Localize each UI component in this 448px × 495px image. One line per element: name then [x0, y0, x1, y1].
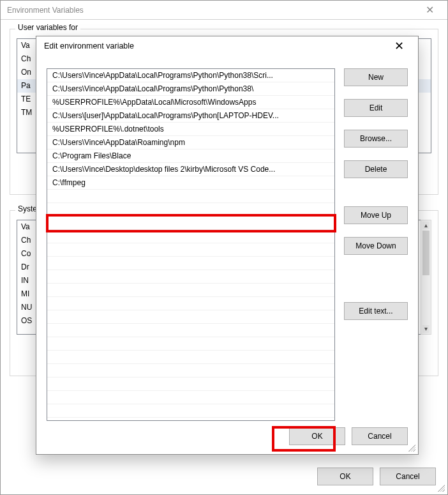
empty-row — [47, 203, 334, 217]
edit-var-side-buttons: New Edit Browse... Delete Move Up Move D… — [344, 68, 408, 421]
scrollbar[interactable]: ▴ ▾ — [421, 220, 431, 335]
list-item[interactable]: C:\Users\Vince\AppData\Roaming\npm — [47, 136, 334, 149]
scroll-up-icon[interactable]: ▴ — [422, 222, 429, 229]
delete-button[interactable]: Delete — [344, 160, 408, 178]
edit-var-dialog: Edit environment variable ✕ C:\Users\Vin… — [36, 36, 419, 455]
list-item[interactable]: C:\Users\Vince\AppData\Local\Programs\Py… — [47, 82, 334, 96]
env-vars-footer: OK Cancel — [317, 468, 436, 485]
empty-row — [47, 297, 334, 310]
list-item[interactable]: C:\Users\Vince\Desktop\desktop files 2\k… — [47, 163, 334, 176]
empty-row — [47, 243, 334, 257]
edit-var-titlebar: Edit environment variable ✕ — [36, 36, 418, 56]
list-item[interactable]: C:\ffmpeg — [47, 176, 334, 190]
list-item[interactable]: %USERPROFILE%\.dotnet\tools — [47, 123, 334, 136]
empty-row — [47, 284, 334, 297]
move-down-button[interactable]: Move Down — [344, 237, 408, 255]
scroll-down-icon[interactable]: ▾ — [422, 325, 429, 333]
env-vars-titlebar: Environment Variables ✕ — [1, 1, 447, 20]
empty-row — [47, 324, 334, 337]
scroll-thumb[interactable] — [422, 231, 429, 275]
edit-var-body: C:\Users\Vince\AppData\Local\Programs\Py… — [47, 68, 408, 421]
empty-row — [47, 190, 334, 203]
edit-button[interactable]: Edit — [344, 99, 408, 117]
empty-row — [47, 391, 334, 404]
empty-row — [47, 217, 334, 230]
ok-button[interactable]: OK — [289, 427, 345, 445]
edit-var-footer: OK Cancel — [289, 427, 408, 445]
edit-text-button[interactable]: Edit text... — [344, 302, 408, 320]
empty-row — [47, 364, 334, 377]
empty-row — [47, 270, 334, 284]
cancel-button[interactable]: Cancel — [380, 468, 436, 485]
new-button[interactable]: New — [344, 68, 408, 86]
move-up-button[interactable]: Move Up — [344, 206, 408, 224]
cancel-button[interactable]: Cancel — [352, 427, 408, 445]
empty-row — [47, 404, 334, 418]
list-item[interactable]: %USERPROFILE%\AppData\Local\Microsoft\Wi… — [47, 96, 334, 109]
empty-row — [47, 377, 334, 391]
empty-row — [47, 310, 334, 324]
empty-row — [47, 351, 334, 364]
user-vars-label: User variables for — [15, 23, 80, 32]
resize-grip-icon[interactable] — [407, 443, 415, 452]
empty-row — [47, 230, 334, 243]
path-list[interactable]: C:\Users\Vince\AppData\Local\Programs\Py… — [47, 68, 335, 421]
close-icon[interactable]: ✕ — [386, 40, 412, 52]
ok-button[interactable]: OK — [317, 468, 373, 485]
close-icon[interactable]: ✕ — [417, 4, 442, 16]
list-item[interactable]: C:\Users\Vince\AppData\Local\Programs\Py… — [47, 69, 334, 82]
resize-grip-icon[interactable] — [436, 483, 445, 492]
env-vars-title: Environment Variables — [7, 6, 84, 15]
edit-var-title: Edit environment variable — [44, 42, 134, 50]
browse-button[interactable]: Browse... — [344, 130, 408, 148]
empty-row — [47, 337, 334, 351]
list-item[interactable]: C:\Users\[user]\AppData\Local\Programs\P… — [47, 109, 334, 123]
empty-row — [47, 257, 334, 270]
list-item[interactable]: C:\Program Files\Blace — [47, 149, 334, 163]
